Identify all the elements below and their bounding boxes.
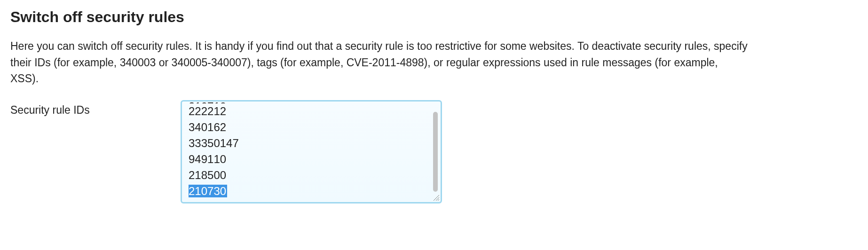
textarea-line-selected: 210730: [189, 183, 434, 199]
svg-line-2: [438, 199, 439, 201]
scrollbar[interactable]: [433, 112, 438, 192]
textarea-line: 340162: [189, 119, 434, 135]
resize-handle-icon[interactable]: [432, 194, 440, 201]
textarea-line: 949110: [189, 151, 434, 167]
page-title: Switch off security rules: [10, 8, 858, 26]
security-rule-ids-row: Security rule IDs 210710 222212 340162 3…: [10, 100, 858, 203]
security-rule-ids-input[interactable]: 210710 222212 340162 33350147 949110 218…: [181, 100, 442, 203]
textarea-line: 222212: [189, 103, 434, 119]
scrollbar-thumb[interactable]: [433, 112, 438, 192]
textarea-line: 218500: [189, 167, 434, 183]
textarea-line: 210710: [189, 100, 434, 103]
textarea-line: 33350147: [189, 135, 434, 151]
page-description: Here you can switch off security rules. …: [10, 38, 749, 87]
security-rule-ids-label: Security rule IDs: [10, 100, 181, 118]
